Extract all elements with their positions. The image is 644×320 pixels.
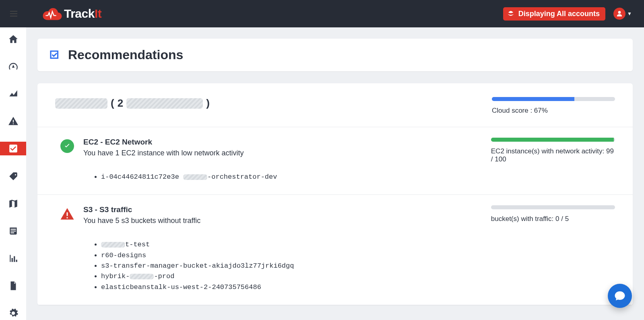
sidebar-item-settings[interactable] bbox=[0, 306, 26, 320]
check-box-icon bbox=[8, 143, 19, 154]
sidebar-item-home[interactable] bbox=[0, 32, 26, 46]
warning-triangle-icon bbox=[60, 207, 74, 221]
account-name: ( 2 ) bbox=[55, 97, 419, 109]
status-warn-icon bbox=[51, 205, 83, 293]
check-circle-icon bbox=[60, 139, 74, 153]
check-box-icon bbox=[49, 49, 61, 61]
rec-section: S3 - S3 trafficYou have 5 s3 buckets wit… bbox=[37, 195, 633, 305]
user-menu[interactable]: ▼ bbox=[613, 8, 632, 20]
paren-open: ( bbox=[111, 97, 114, 109]
redacted-text bbox=[55, 98, 107, 109]
chat-button[interactable] bbox=[608, 284, 632, 308]
rec-item-list: i-04c44624811c72e3e -orchestrator-dev bbox=[83, 172, 411, 182]
redacted-text bbox=[183, 174, 207, 180]
bar-chart-icon bbox=[8, 253, 19, 264]
menu-toggle[interactable] bbox=[9, 9, 19, 17]
user-icon bbox=[613, 8, 625, 20]
sidebar-item-map[interactable] bbox=[0, 197, 26, 211]
metric-label: EC2 instance(s) with network activity: 9… bbox=[491, 147, 615, 163]
sidebar-item-documents[interactable] bbox=[0, 279, 26, 293]
status-ok-icon bbox=[51, 138, 83, 182]
news-icon bbox=[8, 226, 19, 236]
cloud-score-bar bbox=[492, 97, 615, 101]
sidebar-item-billing[interactable] bbox=[0, 224, 26, 238]
chevron-down-icon: ▼ bbox=[627, 11, 632, 17]
recommendations-panel: ( 2 ) Cloud score : 67% EC2 - EC2 Networ… bbox=[37, 83, 633, 305]
sidebar-item-analytics[interactable] bbox=[0, 87, 26, 101]
redacted-text bbox=[130, 274, 154, 279]
main: Recommendations ( 2 ) Cloud score : 67% bbox=[26, 27, 644, 316]
brand-name: TrackIt bbox=[64, 7, 101, 21]
rec-item: hybrik--prod bbox=[101, 271, 411, 282]
redacted-text bbox=[126, 98, 203, 109]
sidebar-item-reports[interactable] bbox=[0, 252, 26, 265]
file-icon bbox=[8, 281, 19, 291]
metric-bar bbox=[491, 205, 615, 209]
sidebar-item-tags[interactable] bbox=[0, 169, 26, 183]
account-id-prefix: 2 bbox=[118, 97, 123, 109]
home-icon bbox=[8, 34, 19, 44]
rec-title: S3 - S3 traffic bbox=[83, 205, 411, 214]
rec-item: r60-designs bbox=[101, 250, 411, 261]
sidebar-item-alerts[interactable] bbox=[0, 114, 26, 128]
sidebar-item-recommendations[interactable] bbox=[0, 142, 26, 155]
redacted-text bbox=[101, 242, 125, 248]
paren-close: ) bbox=[206, 97, 210, 109]
cloud-score-label: Cloud score : 67% bbox=[492, 107, 615, 115]
rec-title: EC2 - EC2 Network bbox=[83, 138, 411, 147]
page-title: Recommendations bbox=[68, 47, 183, 62]
rec-item: elasticbeanstalk-us-west-2-240735756486 bbox=[101, 282, 411, 293]
rec-item: s3-transfer-manager-bucket-akiajdo3lz77j… bbox=[101, 261, 411, 271]
rec-section: EC2 - EC2 NetworkYou have 1 EC2 instance… bbox=[37, 127, 633, 195]
topbar: TrackIt Displaying All accounts ▼ bbox=[0, 0, 644, 27]
gauge-icon bbox=[8, 61, 19, 72]
map-icon bbox=[8, 198, 19, 209]
page-header: Recommendations bbox=[37, 39, 633, 71]
aws-icon bbox=[507, 10, 514, 17]
account-selector-label: Displaying All accounts bbox=[518, 10, 600, 18]
account-selector[interactable]: Displaying All accounts bbox=[503, 7, 605, 21]
rec-item: i-04c44624811c72e3e -orchestrator-dev bbox=[101, 172, 411, 182]
brand-logo[interactable]: TrackIt bbox=[42, 7, 101, 21]
warning-icon bbox=[8, 116, 19, 126]
area-chart-icon bbox=[8, 89, 19, 99]
chat-icon bbox=[614, 290, 626, 302]
rec-item: t-test bbox=[101, 239, 411, 250]
rec-subtitle: You have 1 EC2 instance with low network… bbox=[83, 149, 411, 157]
sidebar-item-dashboard[interactable] bbox=[0, 60, 26, 73]
cloud-icon bbox=[42, 7, 62, 21]
rec-subtitle: You have 5 s3 buckets without traffic bbox=[83, 217, 411, 225]
account-header: ( 2 ) Cloud score : 67% bbox=[37, 83, 633, 127]
metric-label: bucket(s) with traffic: 0 / 5 bbox=[491, 215, 615, 223]
rec-item-list: t-testr60-designss3-transfer-manager-buc… bbox=[83, 239, 411, 293]
tags-icon bbox=[8, 171, 19, 182]
metric-bar bbox=[491, 138, 615, 142]
gear-icon bbox=[8, 308, 19, 318]
sidebar bbox=[0, 0, 26, 320]
